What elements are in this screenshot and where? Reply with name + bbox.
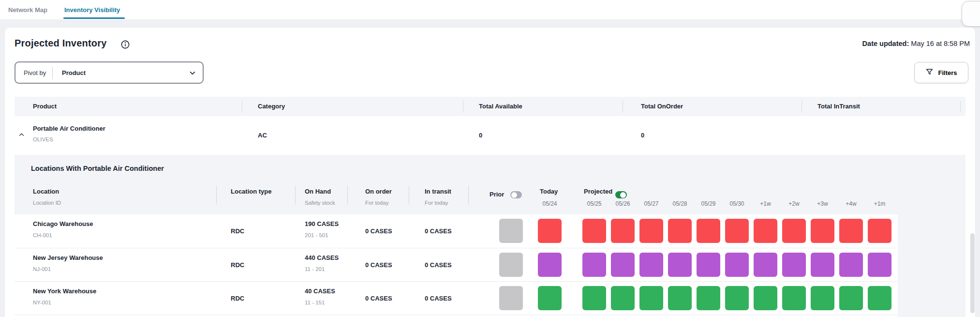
today-inventory-cell[interactable]: [538, 219, 562, 243]
column-header-product: Product: [33, 97, 57, 116]
info-icon[interactable]: [121, 40, 130, 49]
projected-inventory-cell[interactable]: [697, 219, 720, 243]
page-title: Projected Inventory: [15, 38, 107, 49]
filters-label: Filters: [938, 69, 957, 76]
projected-inventory-cell[interactable]: [725, 219, 749, 243]
projected-inventory-cell[interactable]: [839, 286, 863, 310]
floating-widget[interactable]: [962, 1, 980, 27]
projected-inventory-cell[interactable]: [811, 253, 834, 277]
tab-bar: Network Map Inventory Visibility: [0, 0, 980, 19]
column-divider: [347, 186, 348, 204]
projected-inventory-cell[interactable]: [811, 286, 834, 310]
today-date-label: 05/24: [538, 200, 562, 207]
projected-inventory-cell[interactable]: [782, 286, 806, 310]
column-header-location: Location: [33, 188, 59, 195]
projected-inventory-cell[interactable]: [839, 219, 863, 243]
column-divider: [960, 101, 961, 112]
total-available-value: 0: [479, 116, 482, 155]
projected-inventory-cell[interactable]: [611, 253, 635, 277]
prior-toggle[interactable]: [510, 191, 522, 198]
product-category: AC: [258, 116, 267, 155]
date-updated-label: Date updated:: [862, 40, 909, 47]
projected-toggle[interactable]: [615, 191, 627, 198]
product-code: OLIVES: [33, 136, 53, 142]
prior-inventory-cell[interactable]: [499, 286, 523, 310]
projected-inventory-cell[interactable]: [582, 286, 606, 310]
column-header-prior: Prior: [490, 191, 504, 198]
date-updated: Date updated: May 16 at 8:58 PM: [862, 40, 970, 47]
column-divider: [216, 186, 217, 204]
projected-inventory-cell[interactable]: [697, 286, 720, 310]
projected-inventory-cell[interactable]: [668, 219, 692, 243]
locations-section-title: Locations With Portable Air Conditioner: [31, 165, 164, 172]
projected-inventory-cell[interactable]: [868, 253, 891, 277]
location-type: RDC: [231, 248, 244, 282]
projected-date-label: 05/29: [697, 200, 720, 207]
location-rows: Chicago Warehouse CH-001 RDC 190 CASES 2…: [15, 214, 898, 317]
projected-date-label: 05/28: [668, 200, 692, 207]
projected-inventory-cell[interactable]: [839, 253, 863, 277]
projected-inventory-cell[interactable]: [582, 253, 606, 277]
column-subheader-location-id: Location ID: [33, 200, 61, 206]
projected-inventory-cell[interactable]: [754, 253, 777, 277]
projected-inventory-cell[interactable]: [782, 253, 806, 277]
projected-inventory-cell[interactable]: [725, 253, 749, 277]
projected-inventory-cell[interactable]: [811, 219, 834, 243]
pivot-by-select[interactable]: Pivot by Product: [15, 61, 204, 84]
projected-inventory-cell[interactable]: [611, 219, 635, 243]
projected-inventory-cell[interactable]: [639, 219, 663, 243]
location-row[interactable]: New Jersey Warehouse NJ-001 RDC 440 CASE…: [15, 248, 898, 281]
in-transit-value: 0 CASES: [425, 248, 452, 282]
projected-date-label: +4w: [839, 200, 863, 207]
projected-inventory-cell[interactable]: [868, 286, 891, 310]
projected-inventory-cell[interactable]: [697, 253, 720, 277]
projected-inventory-cell[interactable]: [639, 253, 663, 277]
column-divider: [463, 101, 463, 112]
projected-inventory-cell[interactable]: [639, 286, 663, 310]
column-header-location-type: Location type: [231, 188, 272, 195]
safety-stock-range: 11 - 201: [305, 266, 325, 272]
pivot-by-label: Pivot by: [24, 69, 46, 76]
today-inventory-cell[interactable]: [538, 253, 562, 277]
column-divider: [295, 186, 296, 204]
app-screen: Network Map Inventory Visibility Project…: [0, 0, 980, 317]
date-updated-value: May 16 at 8:58 PM: [911, 40, 970, 47]
column-header-on-hand: On Hand: [305, 188, 331, 195]
on-order-value: 0 CASES: [365, 282, 392, 315]
location-row[interactable]: Chicago Warehouse CH-001 RDC 190 CASES 2…: [15, 214, 898, 248]
prior-inventory-cell[interactable]: [499, 253, 523, 277]
projected-inventory-cell[interactable]: [754, 219, 777, 243]
filter-icon: [925, 68, 934, 77]
vertical-scrollbar-thumb[interactable]: [970, 233, 975, 313]
filters-button[interactable]: Filters: [914, 62, 968, 83]
column-subheader-on-order-for-today: For today: [365, 200, 389, 206]
projected-inventory-cell[interactable]: [782, 219, 806, 243]
pivot-divider: [52, 67, 53, 79]
projected-inventory-cell[interactable]: [725, 286, 749, 310]
chevron-up-icon[interactable]: [18, 131, 28, 140]
projected-inventory-cell[interactable]: [611, 286, 635, 310]
tab-network-map[interactable]: Network Map: [8, 0, 47, 19]
projected-inventory-cell[interactable]: [668, 253, 692, 277]
projected-date-label: +2w: [782, 200, 806, 207]
on-order-value: 0 CASES: [365, 214, 392, 248]
total-onorder-value: 0: [641, 116, 644, 155]
on-order-value: 0 CASES: [365, 248, 392, 282]
product-name: Portable Air Conditioner: [33, 125, 105, 132]
projected-inventory-cell[interactable]: [754, 286, 777, 310]
projected-date-label: +1m: [868, 200, 891, 207]
projected-date-label: 05/26: [611, 200, 635, 207]
prior-inventory-cell[interactable]: [499, 219, 523, 243]
projected-inventory-card: Projected Inventory Date updated: May 16…: [5, 28, 975, 317]
projected-inventory-cell[interactable]: [668, 286, 692, 310]
location-name: New Jersey Warehouse: [33, 254, 103, 261]
projected-inventory-cell[interactable]: [582, 219, 606, 243]
tab-inventory-visibility[interactable]: Inventory Visibility: [64, 0, 120, 19]
location-row[interactable]: New York Warehouse NY-001 RDC 40 CASES 1…: [15, 281, 898, 315]
column-divider: [242, 101, 242, 112]
projected-inventory-cell[interactable]: [868, 219, 891, 243]
on-hand-value: 190 CASES: [305, 220, 339, 227]
product-row[interactable]: Portable Air Conditioner OLIVES AC 0 0: [15, 116, 965, 155]
today-inventory-cell[interactable]: [538, 286, 562, 310]
column-subheader-safety-stock: Safety stock: [305, 200, 335, 206]
